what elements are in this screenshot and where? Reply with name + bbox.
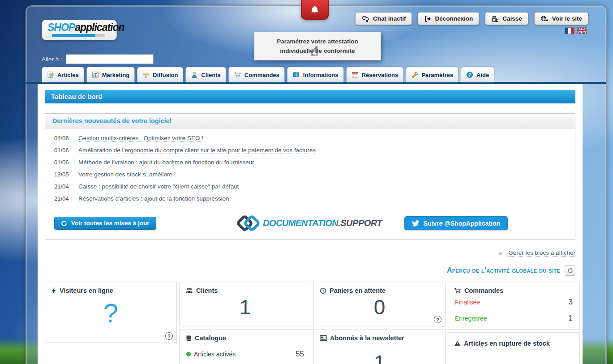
tab-reservations[interactable]: Réservations (346, 67, 404, 82)
orders-card: Commandes Finalisée 3 Enregistrée 1 (448, 282, 580, 330)
marketing-chart-icon (92, 71, 99, 78)
news-link[interactable]: Réservations d'articles : ajout de la fo… (78, 195, 229, 202)
tab-label: Informations (303, 72, 339, 78)
visitors-help-icon[interactable]: ? (165, 332, 173, 340)
overview-header-row: Aperçu de l'activité globale du site (45, 265, 575, 276)
twitter-follow-label: Suivre @ShopApplication (423, 220, 500, 227)
manage-blocks-link[interactable]: Gérer les blocs à afficher (508, 249, 575, 257)
news-item: 21/04 Réservations d'articles : ajout de… (54, 195, 566, 207)
logout-label: Déconnexion (435, 15, 473, 22)
orders-cart-icon (454, 287, 461, 294)
shop-application-logo[interactable]: SHOPapplication (42, 20, 117, 40)
triangle-icon: ▶ (499, 250, 503, 256)
tooltip-line-2: individuelle de conformité (258, 46, 377, 56)
top-button-bar: Chat inactif Déconnexion Caisse Voir le … (355, 12, 588, 25)
tab-aide[interactable]: ? Aide (461, 67, 494, 82)
tooltip-line-1: Paramétrez votre attestation (258, 37, 377, 46)
tab-label: Paramètres (421, 72, 453, 78)
cash-register-button[interactable]: Caisse (485, 12, 528, 25)
logout-icon (424, 15, 431, 22)
news-panel: Dernières nouveautés de votre logiciel 0… (45, 113, 575, 240)
broadcast-icon (142, 71, 150, 78)
stats-cards-grid: Visiteurs en ligne ? ? Clients 1 (45, 282, 575, 364)
pending-carts-help-icon[interactable]: ? (434, 316, 442, 323)
goto-input[interactable] (66, 54, 154, 64)
tab-label: Articles (57, 72, 79, 78)
cash-register-icon (491, 15, 499, 22)
card-title-label: Commandes (464, 287, 503, 294)
tab-label: Clients (201, 72, 220, 78)
tab-label: Commandes (244, 72, 279, 78)
clients-card-title: Clients (185, 287, 305, 294)
pending-carts-card: Paniers en attente 0 ? (313, 282, 446, 326)
catalog-stat-value: 55 (296, 350, 304, 359)
catalog-book-icon (185, 335, 192, 342)
chat-status-button[interactable]: Chat inactif (355, 12, 412, 25)
cards-column-3: Paniers en attente 0 ? Abonnés à la news… (313, 282, 446, 364)
overview-refresh-button[interactable] (565, 265, 575, 276)
overview-title: Aperçu de l'activité globale du site (447, 266, 560, 274)
logo-progress-bar (52, 34, 105, 37)
cash-register-label: Caisse (502, 15, 522, 22)
news-item: 01/06 Méthode de livraison : ajout du ba… (54, 159, 566, 171)
tab-diffusion[interactable]: Diffusion (137, 67, 183, 82)
tab-parametres[interactable]: Paramètres (406, 67, 459, 82)
news-link[interactable]: Gestion multis-critères : Optimisez votr… (78, 135, 203, 142)
news-date: 04/06 (54, 135, 72, 141)
doc-logo-text: DOCUMENTATION.SUPPORT (263, 218, 382, 228)
catalog-stat-label: Articles activés (186, 351, 236, 358)
doc-logo-part1: DOCUMENTATION (263, 218, 338, 228)
book-icon (292, 71, 300, 78)
notification-bell-button[interactable] (301, 0, 329, 20)
tab-informations[interactable]: Informations (287, 67, 344, 82)
clock-icon (320, 287, 326, 294)
news-item: 13/05 Votre gestion des stock s□améliore… (54, 171, 566, 183)
tab-clients[interactable]: Clients (185, 67, 226, 82)
card-title-label: Abonnés à la newsletter (330, 334, 404, 342)
tab-marketing[interactable]: Marketing (86, 67, 135, 82)
clients-card: Clients 1 (179, 282, 311, 326)
documentation-support-logo[interactable]: DOCUMENTATION.SUPPORT (238, 217, 382, 230)
bell-tooltip: Paramétrez votre attestation individuell… (254, 32, 381, 60)
card-title-label: Paniers en attente (330, 287, 386, 294)
card-title-label: Catalogue (195, 334, 226, 342)
catalog-card: Catalogue Articles activés 55 (179, 329, 311, 364)
doc-logo-part2: .SUPPORT (338, 218, 382, 228)
logout-button[interactable]: Déconnexion (418, 12, 479, 25)
visitors-card: Visiteurs en ligne ? ? (45, 282, 177, 343)
bell-icon (309, 5, 320, 16)
tab-commandes[interactable]: Commandes (228, 67, 285, 82)
french-flag-icon[interactable] (565, 27, 574, 34)
tab-label: Réservations (362, 72, 399, 78)
out-of-stock-card: Articles en rupture de stock (448, 332, 580, 364)
news-date: 01/06 (54, 159, 72, 166)
pending-carts-value: 0 (320, 296, 439, 319)
see-all-updates-button[interactable]: Voir toutes les mises à jour (54, 217, 156, 230)
green-status-dot (186, 352, 191, 356)
tab-articles[interactable]: Articles (42, 67, 84, 82)
news-link[interactable]: Amélioration de l'ergonomie du compte cl… (78, 147, 316, 154)
card-title-label: Clients (196, 287, 218, 294)
newsletter-card: Abonnés à la newsletter 1 (313, 329, 446, 364)
news-link[interactable]: Votre gestion des stock s□améliore ! (78, 171, 176, 178)
orders-card-title: Commandes (454, 287, 574, 294)
news-date: 01/06 (54, 147, 72, 154)
refresh-icon (61, 220, 67, 227)
wrench-icon (411, 71, 418, 78)
clients-value: 1 (185, 296, 305, 319)
orders-registered-row: Enregistrée 1 (454, 310, 574, 326)
view-site-button[interactable]: Voir le site (534, 12, 588, 25)
english-flag-icon[interactable] (577, 27, 587, 34)
twitter-follow-button[interactable]: Suivre @ShopApplication (404, 216, 508, 230)
orders-registered-value: 1 (569, 314, 573, 323)
news-link[interactable]: Méthode de livraison : ajout du barème e… (78, 159, 254, 166)
quick-goto: Aller à : (42, 54, 154, 64)
twitter-bird-icon (412, 220, 419, 227)
news-link[interactable]: Caisse : possibilité de choisir votre "c… (78, 183, 239, 190)
person-icon (191, 71, 198, 78)
manage-blocks-row: ▶ Gérer les blocs à afficher (45, 249, 575, 256)
news-date: 13/05 (54, 171, 72, 178)
cards-column-1: Visiteurs en ligne ? ? (45, 282, 177, 364)
calendar-icon (352, 71, 359, 78)
main-content-panel: Tableau de bord Dernières nouveautés de … (38, 84, 583, 364)
